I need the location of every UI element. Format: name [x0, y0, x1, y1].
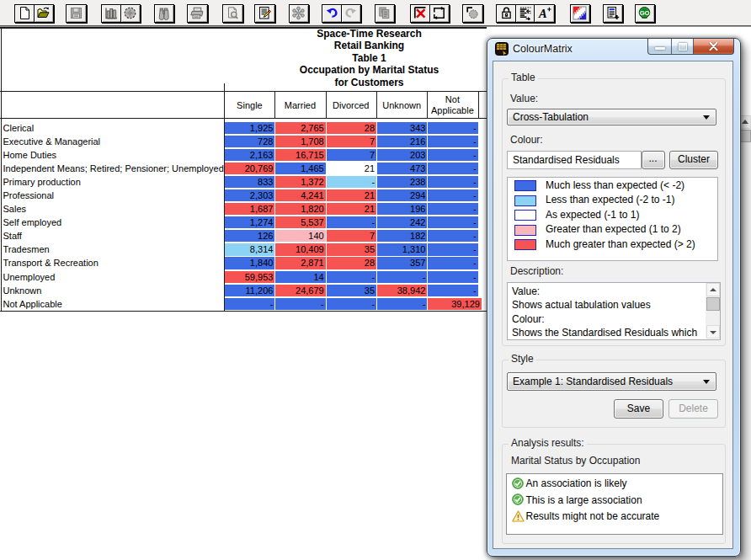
- svg-text:GO: GO: [640, 9, 650, 17]
- svg-text:A: A: [538, 7, 547, 20]
